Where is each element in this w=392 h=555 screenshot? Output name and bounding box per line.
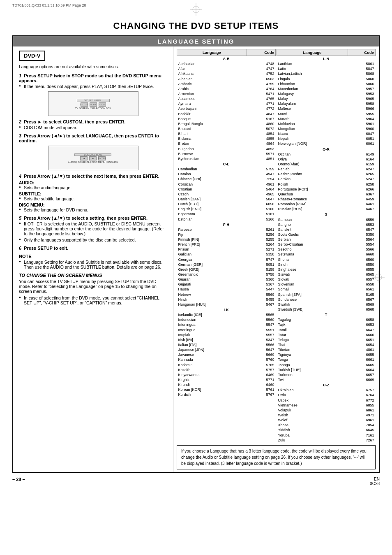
lang-code-right: 6367 (348, 192, 375, 197)
lang-code-right: 5564 (348, 237, 375, 242)
lang-row-right: Moldavian5961 (277, 121, 376, 126)
lang-row-right: Thai6654 (277, 342, 376, 347)
lang-name-right: Slovenian (277, 282, 348, 287)
lang-code-right: 5566 (348, 247, 375, 252)
audio-label: AUDIO: (19, 180, 167, 185)
lang-row: Bihari4854 (177, 131, 276, 136)
bottom-line: – 28 – EN 0C28 (12, 477, 380, 486)
lang-code: 5551 (247, 327, 275, 332)
lang-code: 4855 (247, 136, 275, 141)
lang-code: 5047 (247, 197, 275, 202)
lang-name: Finnish [FIN] (177, 237, 247, 242)
lang-name: Amharic (177, 81, 247, 86)
col-code-right: Code (348, 49, 375, 56)
lang-name: English [ENG] (177, 207, 247, 211)
col-code-left: Code (247, 49, 275, 56)
lang-row: Breton4864 (177, 141, 276, 146)
lang-name-right: Lithuanian (277, 81, 348, 86)
step-5: 5 Press Arrow (▲/▼) to select a setting,… (19, 216, 167, 242)
lang-name: Irish [IRI] (177, 337, 247, 342)
lang-code: 5367 (247, 282, 275, 287)
lang-code-right: 6861 (348, 408, 375, 413)
lang-row-right: Tibetan4861 (277, 347, 376, 352)
lang-code: 4771 (247, 101, 275, 106)
lang-name-right: Yiddish (277, 427, 348, 432)
crosshair-top (190, 3, 202, 16)
lang-row-right: Swahili6569 (277, 302, 376, 307)
lang-name-right: Tatar (277, 332, 348, 337)
lang-code-right: 5861 (348, 61, 375, 66)
section-header-right-LN: L-N (277, 56, 376, 62)
lang-row-right: Tagalog6658 (277, 317, 376, 322)
lang-code-right: 5866 (348, 81, 375, 86)
lang-name-right: Zulu (277, 438, 348, 443)
lang-code: 5565 (247, 312, 275, 317)
lang-row: Kirundi6460 (177, 382, 276, 387)
lang-code-right: 6258 (348, 182, 375, 187)
lang-row-right: Tonga6661 (277, 357, 376, 362)
lang-name: Inupiak (177, 332, 247, 337)
step-1-header: 1 Press SETUP twice in STOP mode so that… (19, 73, 167, 83)
lang-row-right: Lingala5860 (277, 77, 376, 81)
lang-row: Chinese [CHI]7254 (177, 176, 276, 181)
lang-code-right: 6666 (348, 332, 375, 337)
lang-name: Abkhazian (177, 61, 247, 66)
lang-row: Icelandic [ICE]5565 (177, 312, 276, 317)
lang-name-right: Tibetan (277, 347, 348, 352)
note-bullet-1: Language Setting for Audio and Subtitle … (19, 260, 167, 269)
lang-code: 5569 (247, 292, 275, 297)
lang-name-right: Nauru (277, 131, 348, 136)
lang-name-right: Polish (277, 182, 348, 187)
lang-code: 5560 (247, 317, 275, 322)
lang-name-right: Malay (277, 96, 348, 101)
lang-row-right: Oriya6164 (277, 157, 376, 162)
lang-name: Kinyarwanda (177, 372, 247, 377)
page: TD701/801.QX33 03.1.31 10:59 PM Page 28 … (0, 0, 392, 555)
lang-row: Azerbaijani4772 (177, 106, 276, 111)
section-header-right-OR: O-R (277, 146, 376, 152)
lang-row-right: Singhalese6555 (277, 267, 376, 272)
lang-name: Czech (177, 192, 247, 197)
lang-code: 5971 (247, 151, 275, 156)
lang-name: Kazakh (177, 367, 247, 372)
lang-row: Arabic4764 (177, 86, 276, 91)
lang-name-right: Ukrainian (277, 388, 348, 392)
lang-name-right: Laothian (277, 61, 348, 66)
lang-row: Hausa5447 (177, 287, 276, 292)
lang-name: Guarani (177, 277, 247, 282)
lang-row-right: Sindhi6550 (277, 262, 376, 267)
lang-code-right: 6569 (348, 302, 375, 307)
section-header-CE: C-E (177, 161, 276, 167)
lang-row: Estonian5166 (177, 217, 276, 222)
lang-code: 5360 (247, 277, 275, 282)
right-panel: Language Code A-BAbkhazian4748Afar4747Af… (173, 46, 379, 472)
lang-row-right: Mongolian5960 (277, 126, 376, 131)
lang-name: Croatian (177, 187, 247, 192)
lang-code-right: 6772 (348, 398, 375, 403)
lang-code-right: 6661 (348, 357, 375, 362)
lang-row-right: Twi6669 (277, 377, 376, 382)
lang-code-right: 6047 (348, 131, 375, 136)
lang-name-right: Nepali (277, 136, 348, 141)
lang-row-right: Rhaeto-Romance6459 (277, 197, 376, 202)
lang-row-right: Shona6560 (277, 257, 376, 262)
lang-code: 5767 (247, 392, 275, 397)
lang-code-right: 6655 (348, 352, 375, 357)
lang-name-right: Uzbek (277, 398, 348, 403)
lang-code-right: 6555 (348, 267, 375, 272)
lang-code: 5758 (247, 272, 275, 277)
lang-code-right: 6565 (348, 272, 375, 277)
lang-code: 4965 (247, 192, 275, 197)
lang-code: 5566 (247, 342, 275, 347)
lang-code: 5166 (247, 217, 275, 222)
lang-name-right: Moldavian (277, 121, 348, 126)
lang-row: French [FRE]5264 (177, 242, 276, 247)
lang-row-right: Malagasy5953 (277, 91, 376, 96)
to-change-section: TO CHANGE THE ON-SCREEN MENUS You can ac… (19, 273, 167, 305)
lang-row-right: Welsh4971 (277, 413, 376, 418)
lang-row: Burmese5971 (177, 151, 276, 156)
lang-code: 5761 (247, 387, 275, 392)
lang-code: 5347 (247, 337, 275, 342)
lang-name-right: Serbian (277, 237, 348, 242)
device-diagram-2: LANGUAGE MENU ◄ ► ENTER AUDIO | ORIGINAL… (48, 146, 138, 170)
